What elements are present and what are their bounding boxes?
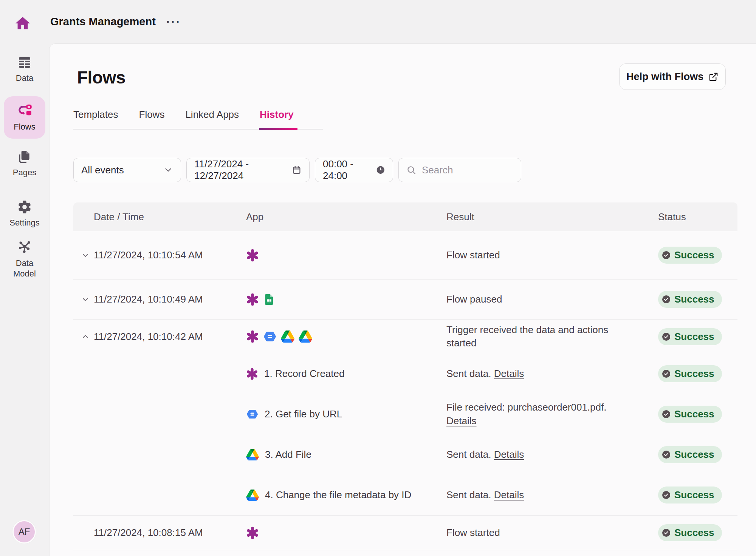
softr-app-icon <box>246 293 259 306</box>
check-circle-icon <box>662 295 671 304</box>
time-range-filter[interactable]: 00:00 - 24:00 <box>315 158 393 182</box>
status-badge: Success <box>658 486 722 503</box>
status-label: Success <box>674 408 714 420</box>
sidebar-label-flows: Flows <box>14 122 35 132</box>
chevron-down-icon <box>163 165 173 175</box>
details-link[interactable]: Details <box>494 489 524 500</box>
home-icon <box>14 15 31 32</box>
help-with-flows-button[interactable]: Help with Flows <box>619 63 726 90</box>
date-range-filter[interactable]: 11/27/2024 - 12/27/2024 <box>186 158 310 182</box>
events-filter-dropdown[interactable]: All events <box>73 158 181 182</box>
column-header-status: Status <box>658 211 737 223</box>
sidebar: Data Flows Pages Settings <box>0 43 49 556</box>
status-badge: Success <box>658 247 722 264</box>
search-icon <box>406 165 417 175</box>
row-result: Flow started <box>446 526 658 539</box>
collapse-chevron-icon[interactable] <box>81 332 90 341</box>
top-header: Grants Management ··· <box>0 0 756 43</box>
step-result: File received: purchaseorder001.pdf. <box>446 402 606 413</box>
row-result: Flow paused <box>446 293 658 306</box>
step-result: Sent data. <box>446 489 494 500</box>
status-badge: Success <box>658 406 722 423</box>
status-badge: Success <box>658 365 722 382</box>
table-row: 11/27/2024, 10:10:54 AM Flow started Suc… <box>73 231 737 280</box>
page-title: Flows <box>77 67 125 88</box>
status-label: Success <box>674 293 714 305</box>
row-datetime: 11/27/2024, 10:10:42 AM <box>94 331 203 343</box>
check-circle-icon <box>662 491 671 499</box>
step-result: Sent data. <box>446 449 494 460</box>
tab-flows[interactable]: Flows <box>139 109 165 129</box>
sidebar-item-settings[interactable]: Settings <box>0 199 49 228</box>
status-label: Success <box>674 331 714 343</box>
sidebar-label-data: Data <box>16 73 33 83</box>
status-label: Success <box>674 249 714 261</box>
row-datetime: 11/27/2024, 10:08:15 AM <box>94 527 203 539</box>
flow-step-row: 4. Change the file metadata by ID Sent d… <box>73 475 737 515</box>
search-input[interactable] <box>422 164 509 176</box>
table-row: 11/27/2024, 10:08:15 AM Flow started Suc… <box>73 516 737 550</box>
expand-chevron-icon[interactable] <box>81 251 90 260</box>
hexagon-app-icon <box>263 330 277 343</box>
tab-history[interactable]: History <box>260 109 294 129</box>
table-header: Date / Time App Result Status <box>73 202 737 231</box>
row-result: Flow started <box>446 249 658 262</box>
sidebar-item-data-model[interactable]: Data Model <box>0 239 49 279</box>
filter-bar: All events 11/27/2024 - 12/27/2024 00:00… <box>73 158 521 182</box>
step-label: 4. Change the file metadata by ID <box>265 489 411 501</box>
column-header-app: App <box>246 211 446 223</box>
google-drive-icon <box>246 490 259 501</box>
tab-templates[interactable]: Templates <box>73 109 118 129</box>
row-datetime: 11/27/2024, 10:10:49 AM <box>94 293 203 305</box>
step-label: 2. Get file by URL <box>265 408 342 420</box>
table-row: 11/27/2024, 10:10:49 AM Flow paused Succ… <box>73 280 737 320</box>
search-box[interactable] <box>398 158 521 182</box>
status-badge: Success <box>658 328 722 345</box>
column-header-result: Result <box>446 211 658 223</box>
expand-chevron-icon[interactable] <box>81 295 90 304</box>
home-button[interactable] <box>14 14 32 32</box>
step-result: Sent data. <box>446 368 494 379</box>
hexagon-app-icon <box>246 408 259 420</box>
date-range-value: 11/27/2024 - 12/27/2024 <box>194 158 292 182</box>
pages-icon <box>17 149 32 164</box>
details-link[interactable]: Details <box>494 449 524 460</box>
status-label: Success <box>674 489 714 501</box>
tab-linked-apps[interactable]: Linked Apps <box>185 109 239 129</box>
google-drive-icon <box>246 449 259 460</box>
google-drive-icon <box>299 331 312 343</box>
flows-icon <box>16 103 33 120</box>
external-link-icon <box>708 72 719 82</box>
sidebar-item-data[interactable]: Data <box>0 55 49 83</box>
status-label: Success <box>674 449 714 460</box>
status-label: Success <box>674 527 714 539</box>
flow-step-row: 1. Record Created Sent data. Details Suc… <box>73 354 737 394</box>
sidebar-label-data-model: Data Model <box>10 258 39 279</box>
sidebar-label-settings: Settings <box>9 218 40 228</box>
google-sheets-icon <box>263 293 275 306</box>
status-badge: Success <box>658 446 722 463</box>
clock-icon <box>376 165 385 175</box>
softr-app-icon <box>246 330 259 343</box>
sidebar-item-flows[interactable]: Flows <box>4 96 45 139</box>
row-result: Trigger received the data and actions st… <box>446 323 658 350</box>
user-avatar[interactable]: AF <box>12 520 36 544</box>
check-circle-icon <box>662 450 671 459</box>
flow-step-row: 3. Add File Sent data. Details Success <box>73 434 737 475</box>
tab-bar: Templates Flows Linked Apps History <box>73 109 323 130</box>
row-datetime: 11/27/2024, 10:10:54 AM <box>94 249 203 261</box>
app-menu-button[interactable]: ··· <box>166 11 181 32</box>
check-circle-icon <box>662 528 671 537</box>
softr-app-icon <box>246 368 258 380</box>
app-title: Grants Management <box>50 0 156 43</box>
time-range-value: 00:00 - 24:00 <box>323 158 376 182</box>
sidebar-label-pages: Pages <box>13 167 36 178</box>
softr-app-icon <box>246 249 259 262</box>
table-row-expanded: 11/27/2024, 10:10:42 AM Trigger received… <box>73 320 737 516</box>
column-header-datetime: Date / Time <box>73 211 246 223</box>
details-link[interactable]: Details <box>446 415 476 426</box>
check-circle-icon <box>662 369 671 378</box>
sidebar-item-pages[interactable]: Pages <box>0 149 49 178</box>
details-link[interactable]: Details <box>494 368 524 379</box>
history-table: Date / Time App Result Status 11/27/2024… <box>73 202 737 550</box>
